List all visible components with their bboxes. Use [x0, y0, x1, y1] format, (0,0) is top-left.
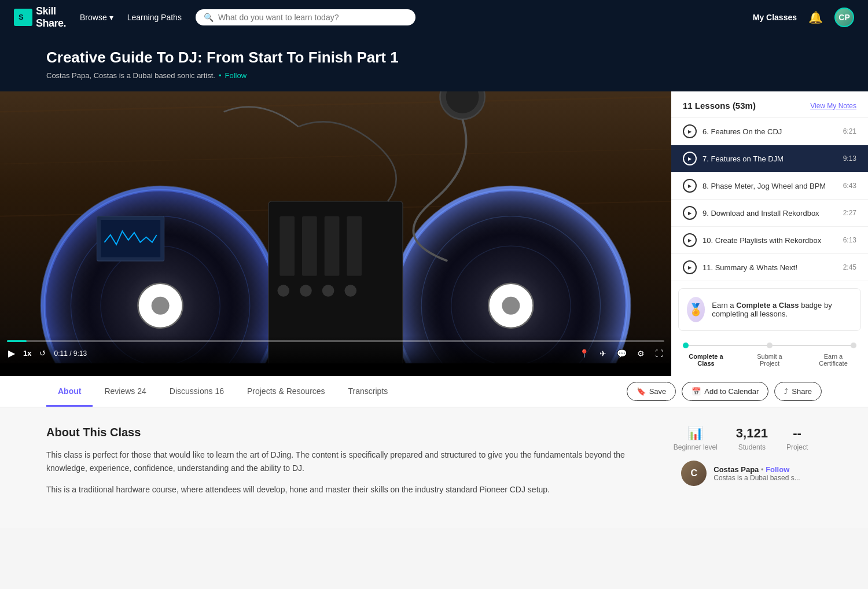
- lesson-sidebar: 11 Lessons (53m) View My Notes ▶ 6. Feat…: [671, 91, 868, 376]
- tab-actions: 🔖 Save 📅 Add to Calendar ⤴ Share: [627, 376, 822, 407]
- svg-point-20: [502, 297, 520, 315]
- step-label-1: Complete a Class: [683, 353, 729, 367]
- lesson-item[interactable]: ▶ 11. Summary & Whats Next! 2:45: [671, 254, 868, 281]
- lesson-name: 10. Create Playlists with Rekordbox: [703, 236, 837, 245]
- search-bar[interactable]: 🔍: [196, 9, 415, 25]
- author-avatar: C: [681, 461, 707, 486]
- project-value: --: [793, 426, 801, 441]
- tab-discussions[interactable]: Discussions 16: [158, 376, 236, 407]
- lesson-item[interactable]: ▶ 6. Features On the CDJ 6:21: [671, 118, 868, 145]
- learning-paths-link[interactable]: Learning Paths: [127, 13, 182, 22]
- svg-rect-24: [302, 216, 317, 276]
- step-dot-3: [851, 343, 856, 348]
- tab-transcripts[interactable]: Transcripts: [337, 376, 400, 407]
- badge-text: Earn a Complete a Class badge by complet…: [712, 301, 852, 318]
- svg-rect-25: [325, 216, 340, 276]
- navigation: S SkillShare. Browse ▾ Learning Paths 🔍 …: [0, 0, 868, 35]
- lesson-play-icon: ▶: [683, 206, 697, 220]
- lesson-item[interactable]: ▶ 7. Features on The DJM 9:13: [671, 145, 868, 172]
- lesson-duration: 2:27: [843, 209, 856, 217]
- stat-project: -- Project: [786, 426, 808, 451]
- progress-bar[interactable]: [7, 340, 664, 342]
- tab-projects[interactable]: Projects & Resources: [236, 376, 337, 407]
- share-button[interactable]: ⤴ Share: [774, 382, 822, 401]
- calendar-icon: 📅: [692, 387, 701, 396]
- svg-point-30: [344, 285, 356, 297]
- search-input[interactable]: [218, 13, 407, 22]
- about-desc-1: This class is perfect for those that wou…: [46, 448, 637, 475]
- logo[interactable]: S SkillShare.: [14, 5, 66, 30]
- rewind-button[interactable]: ↺: [38, 348, 47, 359]
- course-title: Creative Guide To DJ: From Start To Fini…: [46, 49, 822, 67]
- lesson-name: 11. Summary & Whats Next!: [703, 263, 837, 272]
- video-container: ▶ 1x ↺ 0:11 / 9:13 📍 ✈ 💬 ⚙ ⛶: [0, 91, 671, 376]
- search-icon: 🔍: [204, 13, 214, 22]
- current-time: 0:11 / 9:13: [54, 349, 87, 358]
- stats-row: 📊 Beginner level 3,121 Students -- Proje…: [674, 426, 808, 451]
- video-player[interactable]: ▶ 1x ↺ 0:11 / 9:13 📍 ✈ 💬 ⚙ ⛶: [0, 91, 671, 363]
- badge-icon: 🏅: [687, 297, 705, 322]
- tab-about[interactable]: About: [46, 376, 93, 407]
- lesson-item[interactable]: ▶ 10. Create Playlists with Rekordbox 6:…: [671, 227, 868, 254]
- about-main: About This Class This class is perfect f…: [46, 426, 637, 505]
- captions-icon[interactable]: 💬: [616, 348, 628, 359]
- students-value: 3,121: [736, 426, 768, 441]
- stat-level: 📊 Beginner level: [674, 426, 718, 451]
- tabs-section: About Reviews 24 Discussions 16 Projects…: [0, 376, 868, 407]
- svg-rect-34: [101, 220, 160, 257]
- stat-students: 3,121 Students: [736, 426, 768, 451]
- logo-icon: S: [14, 9, 32, 26]
- author-bio: Costas is a Dubai based s...: [713, 474, 800, 482]
- play-button[interactable]: ▶: [7, 347, 16, 360]
- lesson-duration: 6:21: [843, 127, 856, 135]
- lesson-play-icon: ▶: [683, 152, 697, 165]
- nav-right: My Classes 🔔 CP: [753, 8, 854, 27]
- lesson-play-icon: ▶: [683, 260, 697, 274]
- lesson-duration: 6:13: [843, 236, 856, 244]
- lesson-play-icon: ▶: [683, 179, 697, 193]
- step-label-3: Earn a Certificate: [810, 353, 856, 367]
- browse-menu[interactable]: Browse ▾: [80, 13, 113, 22]
- view-notes-link[interactable]: View My Notes: [810, 102, 856, 110]
- step-line-1: [689, 345, 767, 346]
- settings-icon[interactable]: ⚙: [636, 348, 646, 359]
- my-classes-link[interactable]: My Classes: [753, 13, 797, 22]
- share-video-icon[interactable]: ✈: [598, 348, 608, 359]
- author-info: Costas Papa • Follow Costas is a Dubai b…: [713, 465, 800, 482]
- svg-point-29: [322, 285, 334, 297]
- video-section: ▶ 1x ↺ 0:11 / 9:13 📍 ✈ 💬 ⚙ ⛶: [0, 91, 868, 376]
- lesson-list: ▶ 6. Features On the CDJ 6:21 ▶ 7. Featu…: [671, 118, 868, 281]
- lesson-play-icon: ▶: [683, 233, 697, 247]
- logo-text: SkillShare.: [36, 5, 66, 30]
- svg-point-27: [277, 285, 289, 297]
- follow-button[interactable]: Follow: [225, 71, 247, 80]
- save-button[interactable]: 🔖 Save: [627, 382, 676, 401]
- course-header: Creative Guide To DJ: From Start To Fini…: [0, 35, 868, 91]
- author-follow-btn[interactable]: Follow: [766, 465, 789, 474]
- lesson-item[interactable]: ▶ 8. Phase Meter, Jog Wheel and BPM 6:43: [671, 172, 868, 200]
- step-line-2: [773, 345, 851, 346]
- svg-text:S: S: [19, 13, 24, 21]
- step-dot-1: [683, 343, 689, 348]
- sidebar-header: 11 Lessons (53m) View My Notes: [671, 91, 868, 118]
- course-author: Costas Papa, Costas is a Dubai based son…: [46, 71, 822, 80]
- about-stats: 📊 Beginner level 3,121 Students -- Proje…: [660, 426, 822, 505]
- lesson-name: 6. Features On the CDJ: [703, 127, 837, 136]
- speed-control[interactable]: 1x: [23, 349, 31, 358]
- fullscreen-icon[interactable]: ⛶: [654, 348, 664, 359]
- notifications-icon[interactable]: 🔔: [808, 10, 823, 24]
- steps-labels: Complete a Class Submit a Project Earn a…: [683, 353, 856, 367]
- lesson-duration: 6:43: [843, 182, 856, 190]
- about-title: About This Class: [46, 426, 637, 439]
- level-icon: 📊: [687, 426, 703, 441]
- add-to-calendar-button[interactable]: 📅 Add to Calendar: [682, 382, 768, 401]
- avatar[interactable]: CP: [834, 8, 854, 27]
- bookmark-icon[interactable]: 📍: [578, 348, 590, 359]
- project-label: Project: [786, 443, 808, 451]
- browse-label: Browse: [80, 13, 107, 22]
- browse-chevron-icon: ▾: [109, 13, 113, 22]
- lesson-item[interactable]: ▶ 9. Download and Install Rekordbox 2:27: [671, 200, 868, 227]
- svg-point-12: [152, 297, 170, 315]
- tab-reviews[interactable]: Reviews 24: [93, 376, 157, 407]
- badge-section: 🏅 Earn a Complete a Class badge by compl…: [678, 288, 861, 331]
